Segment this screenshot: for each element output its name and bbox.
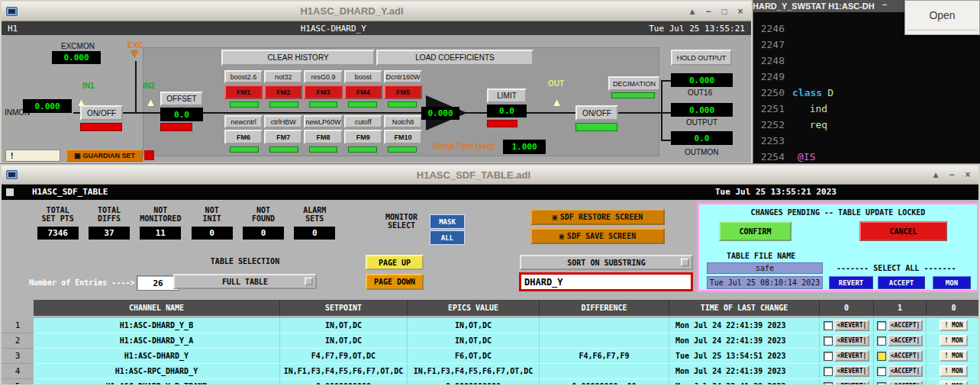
filter-name-button[interactable]: resG0.9 <box>304 70 342 83</box>
clear-history-button[interactable]: CLEAR HISTORY <box>221 50 375 66</box>
all-button[interactable]: ALL <box>430 230 465 245</box>
select-all-mon-button[interactable]: MON <box>933 276 971 289</box>
fm-button[interactable]: FM9 <box>344 130 382 144</box>
fm-indicator <box>388 101 417 108</box>
filter-name-button[interactable]: newcntrl <box>224 115 263 128</box>
revert-button[interactable]: <REVERT| <box>834 365 870 377</box>
accept-checkbox[interactable] <box>877 367 886 376</box>
code-line: 2253 <box>748 133 980 149</box>
sdf-restore-screen-button[interactable]: ▣ SDF RESTORE SCREEN <box>530 209 665 225</box>
guardian-set-button[interactable]: ▣ GUARDIAN SET <box>66 150 143 162</box>
sdf-title-text: H1ASC_SDF_TABLE <box>32 187 108 197</box>
sort-substring-dropdown[interactable]: SORT ON SUBSTRING <box>520 255 693 270</box>
stat-value: 0 <box>243 227 284 240</box>
mon-button[interactable]: ! MON <box>940 365 967 377</box>
fm-button[interactable]: FM7 <box>264 130 302 144</box>
revert-button[interactable]: <REVERT| <box>834 335 870 346</box>
substring-search-input[interactable] <box>519 272 693 291</box>
maximize-icon[interactable]: □ <box>718 6 730 17</box>
close-icon[interactable]: × <box>734 6 746 17</box>
minimize-icon[interactable]: − <box>702 6 714 17</box>
close-icon[interactable]: × <box>962 169 974 180</box>
cancel-button[interactable]: CANCEL <box>859 221 947 241</box>
revert-button[interactable]: <REVERT| <box>834 381 870 386</box>
load-coefficients-button[interactable]: LOAD COEFFICIENTS <box>376 50 534 66</box>
accept-button[interactable]: <ACCEPT| <box>888 381 924 386</box>
sdf-restore-label: SDF RESTORE SCREEN <box>560 213 643 221</box>
accept-button[interactable]: <ACCEPT| <box>888 335 924 346</box>
filter-name-button[interactable]: ctrlHBW <box>264 115 302 128</box>
dhard-titlebar[interactable]: H1ASC_DHARD_Y.adl ▴ − □ × <box>2 2 751 21</box>
limit-button[interactable]: LIMIT <box>487 88 527 103</box>
stat-value: 0 <box>192 227 233 240</box>
revert-checkbox[interactable] <box>824 352 833 361</box>
cell-epics-value: IN,OT,DC <box>408 318 540 333</box>
mon-button[interactable]: ! MON <box>940 350 967 362</box>
accept-button[interactable]: <ACCEPT| <box>888 350 924 362</box>
accept-checkbox[interactable] <box>877 336 886 346</box>
fm-button[interactable]: FM8 <box>304 130 342 144</box>
offset-button[interactable]: OFFSET <box>160 92 203 106</box>
fm-button[interactable]: FM1 <box>224 85 263 99</box>
filter-name-button[interactable]: newLP60W <box>304 115 342 128</box>
table-row: 4 H1:ASC-RPC_DHARD_Y IN,F1,F3,F4,F5,F6,F… <box>2 364 980 379</box>
select-all-revert-button[interactable]: REVERT <box>829 276 873 289</box>
cell-setpoint: 0.0000000000 <box>280 379 408 386</box>
gain-readout: 0.000 <box>421 107 459 120</box>
minimize-icon[interactable]: − <box>946 169 958 180</box>
filter-name-button[interactable]: boost2.6 <box>224 70 263 83</box>
output-onoff-button[interactable]: ON/OFF <box>575 105 618 121</box>
revert-checkbox[interactable] <box>824 321 833 330</box>
sdf-titlebar[interactable]: H1ASC_SDF_TABLE.adl ▴ − × <box>2 166 978 185</box>
page-up-button[interactable]: PAGE UP <box>366 255 424 270</box>
cell-epics-value: IN,F1,F3,F4,F5,F6,F7,OT,DC <box>408 364 540 379</box>
cell-channel: H1:ASC-DHARD_Y <box>34 349 280 364</box>
fm-button[interactable]: FM6 <box>224 130 263 144</box>
input-onoff-button[interactable]: ON/OFF <box>80 105 123 121</box>
revert-button[interactable]: <REVERT| <box>834 350 870 362</box>
cell-mon: ! MON <box>927 333 980 349</box>
cell-channel: H1:ASC-RPC_DHARD_Y <box>34 364 280 379</box>
alert-button[interactable]: ! <box>5 150 60 162</box>
sdf-save-screen-button[interactable]: ▣ SDF SAVE SCREEN <box>530 228 665 244</box>
mon-button[interactable]: ! MON <box>940 320 967 331</box>
shade-icon[interactable]: ▴ <box>686 6 698 17</box>
revert-checkbox[interactable] <box>824 336 833 346</box>
decimation-button[interactable]: DECIMATION <box>608 76 660 91</box>
mon-button[interactable]: ! MON <box>940 335 967 346</box>
page-down-button[interactable]: PAGE DOWN <box>366 274 424 290</box>
shade-icon[interactable]: ▴ <box>930 169 942 180</box>
accept-button[interactable]: <ACCEPT| <box>888 320 924 331</box>
fm-button[interactable]: FM3 <box>304 85 342 99</box>
fm-button[interactable]: FM10 <box>384 130 422 144</box>
minimize-icon[interactable]: − <box>878 0 891 9</box>
menu-item-open[interactable]: Open <box>905 1 979 30</box>
hold-output-button[interactable]: HOLD OUTPUT <box>671 50 732 66</box>
revert-checkbox[interactable] <box>824 367 833 376</box>
revert-checkbox[interactable] <box>824 382 833 386</box>
filter-name-button[interactable]: cutoff <box>344 115 382 128</box>
confirm-button[interactable]: CONFIRM <box>719 221 791 241</box>
mon-button[interactable]: ! MON <box>940 381 967 386</box>
fm-button[interactable]: FM2 <box>264 85 302 99</box>
accept-checkbox[interactable] <box>877 321 886 330</box>
alarm-square <box>144 150 154 160</box>
fm-button[interactable]: FM4 <box>344 85 382 99</box>
cell-difference <box>540 333 669 349</box>
fm-button[interactable]: FM5 <box>384 85 422 99</box>
select-all-accept-button[interactable]: ACCEPT <box>878 276 925 289</box>
revert-button[interactable]: <REVERT| <box>834 320 870 331</box>
filter-name-button[interactable]: not32 <box>264 70 302 83</box>
accept-checkbox[interactable] <box>877 382 886 386</box>
row-number: 2 <box>2 333 34 349</box>
table-selection-dropdown[interactable]: FULL TABLE <box>173 274 317 289</box>
filter-name-button[interactable]: boost <box>344 70 382 83</box>
mask-button[interactable]: MASK <box>430 214 465 229</box>
accept-checkbox[interactable] <box>877 352 886 361</box>
accept-button[interactable]: <ACCEPT| <box>888 365 924 377</box>
cell-epics-value: IN,OT,DC <box>408 333 540 349</box>
filter-name-button[interactable]: Dcntr160W <box>384 70 422 83</box>
filter-name-button[interactable]: Notch8 <box>384 115 422 128</box>
stat-value: 0 <box>294 227 335 240</box>
sdf-header-icon <box>6 188 14 196</box>
